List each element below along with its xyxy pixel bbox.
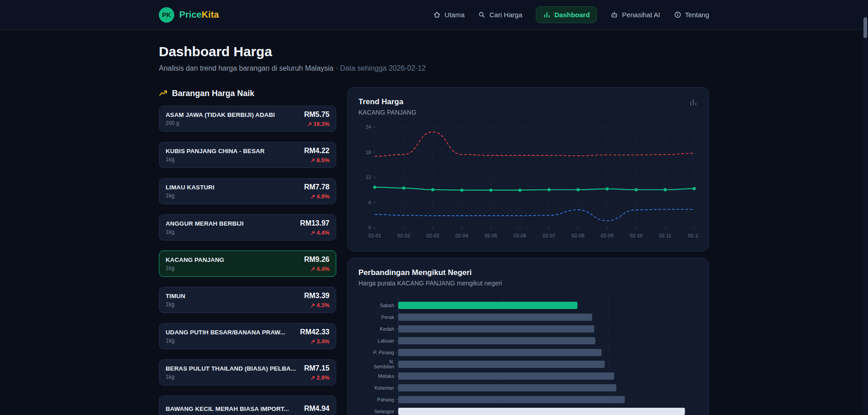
scrollbar-thumb[interactable]	[863, 17, 867, 38]
item-name: BAWANG KECIL MERAH BIASA IMPORT...	[166, 405, 300, 412]
price-item[interactable]: ASAM JAWA (TIDAK BERBIJI) ADABI200 gRM5.…	[159, 106, 336, 132]
price-item[interactable]: KUBIS PANJANG CHINA - BESAR1kgRM4.22↗ 8.…	[159, 142, 336, 168]
bar-chart-icon	[543, 11, 551, 19]
states-chart: SabahPerakKedahLabuanP. PinangN.Sembilan…	[358, 292, 699, 415]
svg-text:02-09: 02-09	[601, 233, 613, 238]
svg-text:02-03: 02-03	[426, 233, 439, 238]
svg-text:02-05: 02-05	[485, 233, 497, 238]
item-change: ↗ 4.3%	[304, 302, 329, 309]
nav-label: Tentang	[685, 11, 709, 19]
item-price: RM4.22	[304, 147, 329, 155]
chart-icon	[689, 97, 698, 106]
brand-logo: PK	[159, 7, 174, 23]
scrollbar	[863, 0, 868, 415]
trend-chart: 0612182402-0102-0202-0302-0402-0502-0602…	[358, 121, 699, 241]
svg-text:Perak: Perak	[381, 314, 394, 320]
svg-text:N.Sembilan: N.Sembilan	[373, 359, 394, 369]
svg-text:Sabah: Sabah	[380, 303, 394, 308]
item-unit: 1kg	[166, 338, 296, 344]
item-change: ↗ 16.3%	[304, 121, 329, 127]
arrow-up-right-icon: ↗	[310, 157, 315, 164]
trend-card-title: Trend Harga	[358, 97, 416, 106]
price-item[interactable]: BAWANG KECIL MERAH BIASA IMPORT...RM4.94	[159, 396, 336, 415]
item-name: ASAM JAWA (TIDAK BERBIJI) ADABI	[166, 111, 300, 118]
item-change: ↗ 8.5%	[304, 157, 329, 164]
price-item[interactable]: LIMAU KASTURI1kgRM7.78↗ 4.9%	[159, 178, 336, 204]
nav-label: Cari Harga	[489, 11, 522, 19]
states-card: Perbandingan Mengikut Negeri Harga purat…	[347, 258, 709, 415]
item-price: RM4.94	[304, 405, 329, 413]
arrow-up-right-icon: ↗	[307, 121, 312, 127]
section-title: Barangan Harga Naik	[172, 89, 254, 98]
item-change: ↗ 4.4%	[300, 229, 329, 236]
robot-icon	[610, 11, 618, 19]
price-item[interactable]: ANGGUR MERAH BERBIJI1kgRM13.97↗ 4.4%	[159, 214, 336, 241]
svg-text:Labuan: Labuan	[377, 338, 394, 343]
svg-text:02-11: 02-11	[659, 233, 671, 238]
item-name: KACANG PANJANG	[166, 256, 300, 263]
nav-label: Utama	[444, 11, 464, 19]
brand-name: PriceKita	[179, 10, 219, 20]
item-unit: 1kg	[166, 301, 300, 308]
svg-text:0: 0	[368, 225, 371, 230]
arrow-up-right-icon: ↗	[310, 302, 315, 309]
svg-text:24: 24	[366, 124, 371, 130]
item-price: RM13.97	[300, 219, 329, 227]
svg-text:02-12: 02-12	[688, 233, 699, 238]
item-price: RM5.75	[304, 111, 329, 119]
item-unit: 1kg	[166, 229, 296, 235]
svg-text:02-10: 02-10	[630, 233, 643, 238]
search-icon	[478, 11, 486, 19]
states-card-subtitle: Harga purata KACANG PANJANG mengikut neg…	[358, 280, 502, 287]
item-price: RM7.78	[304, 183, 329, 191]
nav-item-dashboard[interactable]: Dashboard	[536, 6, 597, 23]
arrow-up-right-icon: ↗	[310, 375, 315, 381]
svg-text:02-06: 02-06	[514, 233, 526, 238]
item-unit: 1kg	[166, 156, 300, 163]
item-name: BERAS PULUT THAILAND (BIASA) PELBA...	[166, 365, 300, 372]
charts-section: Trend Harga KACANG PANJANG 0612182402-01…	[347, 87, 709, 415]
svg-text:Kelantan: Kelantan	[375, 385, 394, 391]
svg-text:02-02: 02-02	[397, 233, 410, 238]
svg-text:Pahang: Pahang	[377, 397, 394, 402]
svg-text:Kedah: Kedah	[380, 326, 394, 332]
arrow-up-right-icon: ↗	[310, 193, 315, 200]
main-nav: Utama Cari Harga Dashboard Penasihat AI …	[433, 6, 709, 23]
brand[interactable]: PK PriceKita	[159, 7, 219, 23]
item-price: RM7.15	[304, 364, 329, 372]
top-nav: PK PriceKita Utama Cari Harga Dashboard …	[0, 0, 868, 30]
nav-item-utama[interactable]: Utama	[433, 7, 464, 23]
item-name: LIMAU KASTURI	[166, 184, 300, 191]
item-name: KUBIS PANJANG CHINA - BESAR	[166, 148, 300, 154]
item-change: ↗ 3.4%	[300, 338, 329, 345]
svg-text:02-04: 02-04	[455, 233, 468, 238]
item-price: RM42.33	[300, 328, 329, 336]
page-title: Dashboard Harga	[159, 43, 709, 60]
item-name: ANGGUR MERAH BERBIJI	[166, 220, 296, 227]
item-name: TIMUN	[166, 293, 300, 299]
nav-item-cari-harga[interactable]: Cari Harga	[478, 7, 522, 23]
trending-up-icon	[159, 89, 167, 98]
item-unit: 1kg	[166, 265, 300, 271]
item-change: ↗ 2.9%	[304, 374, 329, 381]
price-item[interactable]: UDANG PUTIH BESAR/BANANA PRAW...1kgRM42.…	[159, 323, 336, 349]
item-unit: 200 g	[166, 120, 300, 126]
svg-text:02-08: 02-08	[572, 233, 584, 238]
nav-item-penasihat-ai[interactable]: Penasihat AI	[610, 7, 660, 23]
price-item[interactable]: TIMUN1kgRM3.39↗ 4.3%	[159, 287, 336, 313]
home-icon	[433, 11, 441, 19]
item-name: UDANG PUTIH BESAR/BANANA PRAW...	[166, 329, 296, 336]
svg-text:12: 12	[366, 174, 371, 180]
item-unit: 1kg	[166, 374, 300, 380]
price-item[interactable]: KACANG PANJANG1kgRM9.26↗ 4.4%	[159, 251, 336, 277]
trend-card-subtitle: KACANG PANJANG	[358, 109, 416, 116]
svg-text:P. Pinang: P. Pinang	[373, 350, 394, 355]
item-price: RM9.26	[304, 256, 329, 264]
nav-item-tentang[interactable]: Tentang	[674, 7, 709, 23]
item-price: RM3.39	[304, 292, 329, 300]
price-item[interactable]: BERAS PULUT THAILAND (BIASA) PELBA...1kg…	[159, 359, 336, 386]
states-card-title: Perbandingan Mengikut Negeri	[358, 268, 502, 277]
price-list: ASAM JAWA (TIDAK BERBIJI) ADABI200 gRM5.…	[159, 106, 336, 415]
item-change: ↗ 4.4%	[304, 265, 329, 272]
item-change: ↗ 4.9%	[304, 193, 329, 200]
